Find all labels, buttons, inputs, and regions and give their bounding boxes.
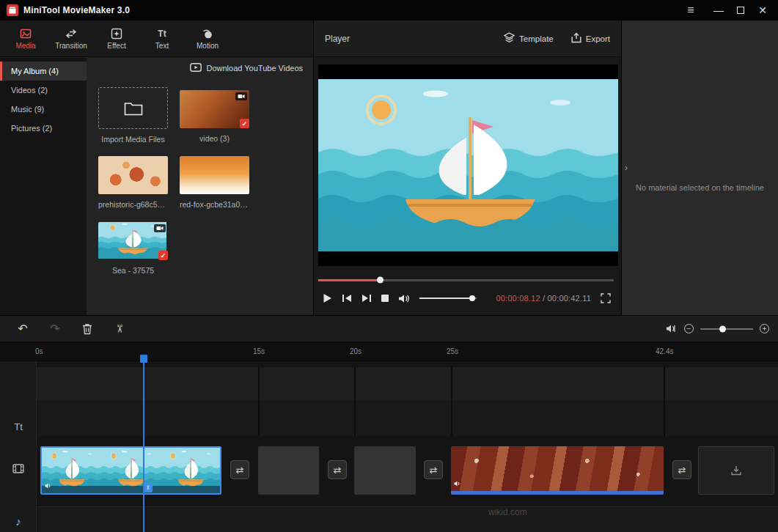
delete-button[interactable] xyxy=(81,322,94,336)
tab-motion[interactable]: Motion xyxy=(185,21,230,57)
stop-button[interactable] xyxy=(381,295,389,302)
menu-icon[interactable]: ≡ xyxy=(680,0,702,21)
seek-track xyxy=(318,279,614,281)
window-controls: ≡ — ✕ xyxy=(680,0,774,21)
maximize-button[interactable] xyxy=(730,0,752,21)
zoom-slider[interactable] xyxy=(700,325,753,333)
time-display: 00:00:08.12 / 00:00:42.11 xyxy=(496,294,591,303)
import-media-tile[interactable]: Import Media Files xyxy=(98,87,168,144)
media-grid: Import Media Files ✓ video (3) xyxy=(87,81,313,315)
mute-button[interactable] xyxy=(398,294,410,303)
media-library: Download YouTube Videos Import Media Fil… xyxy=(87,58,313,315)
clip-video3[interactable] xyxy=(451,446,664,495)
player-header: Player Template Export xyxy=(314,21,621,57)
app-window: MiniTool MovieMaker 3.0 ≡ — ✕ Media xyxy=(0,0,778,532)
sidebar-item-my-album[interactable]: My Album (4) xyxy=(0,62,87,81)
seek-bar[interactable] xyxy=(318,276,614,284)
transition-slot-3[interactable]: ⇄ xyxy=(424,460,443,479)
media-item-sea[interactable]: ✓ Sea - 37575 xyxy=(98,222,168,275)
template-button[interactable]: Template xyxy=(504,32,554,45)
undo-button[interactable]: ↶ xyxy=(16,322,29,336)
tab-transition[interactable]: Transition xyxy=(48,21,94,57)
timeline-ruler[interactable]: 0s 15s 20s 25s 42.4s xyxy=(0,342,778,361)
sidebar-item-pictures[interactable]: Pictures (2) xyxy=(0,119,87,138)
clip-audio-strip xyxy=(451,491,664,495)
maximize-icon xyxy=(737,7,744,14)
media-icon xyxy=(20,28,32,40)
transition-slot-4[interactable]: ⇄ xyxy=(672,460,691,479)
media-item-label: Import Media Files xyxy=(98,135,168,144)
download-youtube-link[interactable]: Download YouTube Videos xyxy=(87,58,313,78)
zoom-in-button[interactable]: + xyxy=(760,324,769,333)
next-frame-button[interactable] xyxy=(362,294,372,303)
music-track[interactable] xyxy=(37,506,778,532)
sidebar-item-music[interactable]: Music (9) xyxy=(0,100,87,119)
clip-volume-icon xyxy=(45,479,51,492)
playhead[interactable] xyxy=(143,355,144,532)
scissors-icon: ✂ xyxy=(113,324,126,333)
media-item-label: video (3) xyxy=(180,134,249,143)
overlay-track-lane[interactable] xyxy=(37,400,778,436)
media-sidebar: My Album (4) Videos (2) Music (9) Pictur… xyxy=(0,58,87,315)
template-icon xyxy=(504,32,515,45)
media-item-prehistoric[interactable]: prehistoric-g68c51b... xyxy=(98,156,168,209)
swap-arrows-icon: ⇄ xyxy=(236,465,244,476)
fox-thumbnail xyxy=(180,156,249,194)
tab-media[interactable]: Media xyxy=(3,21,48,57)
tab-effect[interactable]: Effect xyxy=(94,21,139,57)
lane-separator xyxy=(664,367,665,436)
volume-track xyxy=(419,298,477,299)
previous-frame-button[interactable] xyxy=(342,294,352,303)
video-preview[interactable] xyxy=(318,64,618,266)
tab-text[interactable]: Tt Text xyxy=(139,21,185,57)
stop-icon xyxy=(381,295,389,302)
minimize-button[interactable]: — xyxy=(708,0,730,21)
check-badge: ✓ xyxy=(240,119,249,128)
fullscreen-icon xyxy=(601,293,611,303)
video-track-icon xyxy=(0,463,37,476)
volume-fill xyxy=(419,298,472,299)
media-item-video3[interactable]: ✓ video (3) xyxy=(180,90,249,143)
video3-thumbnail: ✓ xyxy=(180,90,249,128)
clip-prehistoric[interactable] xyxy=(258,446,319,495)
media-item-red-fox[interactable]: red-fox-gcbe31a013... xyxy=(180,156,249,209)
add-media-slot[interactable] xyxy=(698,446,774,495)
next-frame-icon xyxy=(362,294,372,303)
sidebar-item-videos[interactable]: Videos (2) xyxy=(0,81,87,100)
swap-arrows-icon: ⇄ xyxy=(430,465,438,476)
close-button[interactable]: ✕ xyxy=(752,0,774,21)
playhead-handle[interactable] xyxy=(140,355,147,363)
check-badge: ✓ xyxy=(158,251,168,260)
properties-panel: › No material selected on the timeline xyxy=(622,21,778,315)
split-button[interactable]: ✂ xyxy=(113,322,126,336)
transition-slot-2[interactable]: ⇄ xyxy=(328,460,347,479)
fullscreen-button[interactable] xyxy=(601,293,611,303)
clip-red-fox[interactable] xyxy=(354,446,416,495)
zoom-fill xyxy=(700,328,723,330)
redo-button[interactable]: ↷ xyxy=(48,322,62,336)
export-button[interactable]: Export xyxy=(571,32,610,45)
music-track-icon: ♪ xyxy=(0,515,37,528)
redo-icon: ↷ xyxy=(50,322,59,336)
timeline-tracks: Tt ♪ xyxy=(0,361,778,532)
tab-transition-label: Transition xyxy=(55,42,87,50)
clip-sea[interactable]: ✂ xyxy=(40,446,221,495)
prehistoric-thumbnail xyxy=(98,156,168,194)
zoom-handle[interactable] xyxy=(719,325,726,332)
text-track-lane[interactable] xyxy=(37,367,778,400)
ruler-label: 20s xyxy=(350,347,362,355)
volume-slider[interactable] xyxy=(419,294,477,303)
play-button[interactable] xyxy=(323,293,332,303)
seek-handle[interactable] xyxy=(377,277,384,284)
volume-handle[interactable] xyxy=(469,295,475,301)
zoom-out-button[interactable]: − xyxy=(684,324,694,333)
track-volume-button[interactable] xyxy=(664,322,678,336)
transition-slot-1[interactable]: ⇄ xyxy=(230,460,249,479)
ribbon-tabs: Media Transition Effect Tt Text xyxy=(0,21,313,57)
app-logo-icon xyxy=(7,4,18,16)
effect-icon xyxy=(111,28,122,40)
window-title: MiniTool MovieMaker 3.0 xyxy=(23,5,130,15)
collapse-panel-handle[interactable]: › xyxy=(622,156,631,178)
video-badge-icon xyxy=(154,224,166,232)
tab-motion-label: Motion xyxy=(197,42,219,50)
